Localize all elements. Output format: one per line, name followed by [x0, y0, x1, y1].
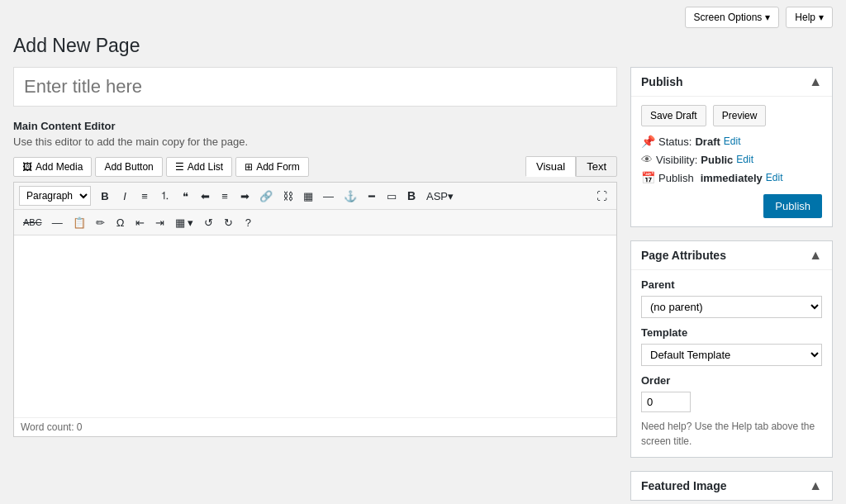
publish-actions: Save Draft Preview	[641, 105, 822, 126]
template-label: Template	[641, 326, 822, 339]
editor-main-label: Main Content Editor	[13, 120, 617, 132]
unordered-list-button[interactable]: ≡	[135, 187, 154, 205]
redo-button[interactable]: ↻	[219, 213, 237, 231]
special-char-button[interactable]: Ω	[112, 213, 130, 231]
anchor-button[interactable]: ⚓	[340, 187, 361, 205]
sidebar: Publish ▲ Save Draft Preview 📌 Status:	[630, 67, 833, 504]
media-insert-button[interactable]: ▭	[383, 187, 401, 205]
help-label: Help	[795, 12, 815, 23]
align-right-button[interactable]: ➡	[235, 187, 254, 205]
strikethrough-button[interactable]: ABC	[19, 213, 46, 231]
status-icon: 📌	[641, 135, 655, 148]
help-button[interactable]: Help ▾	[786, 7, 833, 28]
unlink-button[interactable]: ⛓	[278, 187, 297, 205]
screen-options-label: Screen Options	[694, 12, 763, 23]
align-left-button[interactable]: ⬅	[196, 187, 214, 205]
horizontal-line-button[interactable]: ━	[363, 187, 381, 205]
status-label: Status:	[658, 136, 692, 148]
visibility-label: Visibility:	[656, 154, 697, 166]
help-chevron: ▾	[819, 12, 824, 23]
fullscreen-button[interactable]: ⛶	[592, 187, 611, 205]
status-row: 📌 Status: Draft Edit	[641, 135, 822, 148]
visibility-row: 👁 Visibility: Public Edit	[641, 153, 822, 166]
page-attributes-header: Page Attributes ▲	[631, 241, 832, 270]
bold-button[interactable]: B	[96, 187, 114, 205]
editor-toolbar-row1: Paragraph B I ≡ ⒈ ❝ ⬅ ≡ ➡ 🔗 ⛓ ▦ — ⚓ ━ ▭ …	[14, 183, 616, 210]
table-button[interactable]: ▦ ▾	[171, 213, 198, 231]
paragraph-select[interactable]: Paragraph	[19, 186, 91, 206]
publish-time-icon: 📅	[641, 171, 655, 184]
publish-panel-title: Publish	[641, 75, 683, 88]
template-select[interactable]: Default Template	[641, 344, 822, 366]
editor-top-toolbar: 🖼 Add Media Add Button ☰ Add List ⊞ Add …	[13, 156, 617, 177]
status-edit-link[interactable]: Edit	[724, 136, 741, 147]
asp-button[interactable]: ASP ▾	[422, 187, 458, 205]
page-attributes-panel: Page Attributes ▲ Parent (no parent) Tem…	[630, 240, 833, 458]
hr-button[interactable]: —	[48, 213, 67, 231]
publish-panel-toggle[interactable]: ▲	[809, 74, 822, 89]
main-layout: Main Content Editor Use this editor to a…	[0, 67, 846, 504]
add-list-label: Add List	[188, 161, 223, 173]
add-list-icon: ☰	[175, 161, 184, 173]
publish-panel: Publish ▲ Save Draft Preview 📌 Status:	[630, 67, 833, 227]
publish-label: Publish	[658, 172, 694, 184]
add-button-button[interactable]: Add Button	[95, 157, 162, 177]
add-button-label: Add Button	[104, 161, 153, 173]
screen-options-button[interactable]: Screen Options ▾	[685, 7, 780, 28]
editor-wrapper: Paragraph B I ≡ ⒈ ❝ ⬅ ≡ ➡ 🔗 ⛓ ▦ — ⚓ ━ ▭ …	[13, 182, 617, 437]
add-media-icon: 🖼	[22, 161, 32, 173]
ordered-list-button[interactable]: ⒈	[155, 187, 174, 205]
page-attributes-title: Page Attributes	[641, 249, 726, 262]
publish-footer: Publish	[641, 189, 822, 218]
page-title-input[interactable]	[13, 67, 617, 107]
tab-text[interactable]: Text	[576, 156, 617, 177]
outdent-button[interactable]: ⇤	[131, 213, 150, 231]
add-media-button[interactable]: 🖼 Add Media	[13, 157, 92, 177]
paste-text-button[interactable]: 📋	[69, 213, 90, 231]
insert-hr-button[interactable]: —	[319, 187, 338, 205]
align-center-button[interactable]: ≡	[216, 187, 234, 205]
page-attributes-body: Parent (no parent) Template Default Temp…	[631, 270, 832, 457]
indent-button[interactable]: ⇥	[151, 213, 169, 231]
page-attributes-toggle[interactable]: ▲	[809, 248, 822, 263]
visibility-edit-link[interactable]: Edit	[736, 154, 753, 165]
top-bar: Screen Options ▾ Help ▾	[0, 0, 846, 35]
publish-button[interactable]: Publish	[763, 194, 822, 218]
publish-time-row: 📅 Publish immediately Edit	[641, 171, 822, 184]
parent-select[interactable]: (no parent)	[641, 296, 822, 318]
preview-button[interactable]: Preview	[713, 105, 767, 126]
editor-toolbar-row2: ABC — 📋 ✏ Ω ⇤ ⇥ ▦ ▾ ↺ ↻ ?	[14, 210, 616, 235]
publish-time-edit-link[interactable]: Edit	[766, 172, 783, 183]
help-text: Need help? Use the Help tab above the sc…	[641, 419, 822, 449]
undo-button[interactable]: ↺	[199, 213, 217, 231]
help-toolbar-button[interactable]: ?	[239, 213, 257, 231]
publish-time: immediately	[701, 172, 763, 184]
screen-options-chevron: ▾	[765, 12, 770, 23]
visual-text-tabs: Visual Text	[525, 156, 617, 177]
add-media-label: Add Media	[36, 161, 83, 173]
tab-visual[interactable]: Visual	[525, 156, 576, 177]
link-button[interactable]: 🔗	[255, 187, 277, 205]
add-form-icon: ⊞	[245, 161, 253, 173]
insert-table-button[interactable]: ▦	[299, 187, 317, 205]
bold-b-button[interactable]: B	[402, 187, 421, 205]
featured-image-toggle[interactable]: ▲	[809, 478, 822, 493]
visibility-icon: 👁	[641, 153, 653, 166]
order-label: Order	[641, 374, 822, 387]
publish-panel-header: Publish ▲	[631, 68, 832, 97]
clear-format-button[interactable]: ✏	[92, 213, 110, 231]
italic-button[interactable]: I	[116, 187, 134, 205]
add-list-button[interactable]: ☰ Add List	[166, 157, 232, 177]
publish-panel-body: Save Draft Preview 📌 Status: Draft Edit …	[631, 97, 832, 226]
blockquote-button[interactable]: ❝	[176, 187, 194, 205]
word-count: Word count: 0	[14, 417, 616, 436]
editor-body[interactable]	[14, 235, 616, 417]
save-draft-button[interactable]: Save Draft	[641, 105, 706, 126]
featured-image-header: Featured Image ▲	[631, 472, 832, 500]
add-form-button[interactable]: ⊞ Add Form	[235, 157, 309, 177]
parent-label: Parent	[641, 278, 822, 291]
add-form-label: Add Form	[256, 161, 300, 173]
order-input[interactable]	[641, 392, 691, 412]
status-value: Draft	[695, 136, 720, 148]
visibility-value: Public	[701, 154, 733, 166]
